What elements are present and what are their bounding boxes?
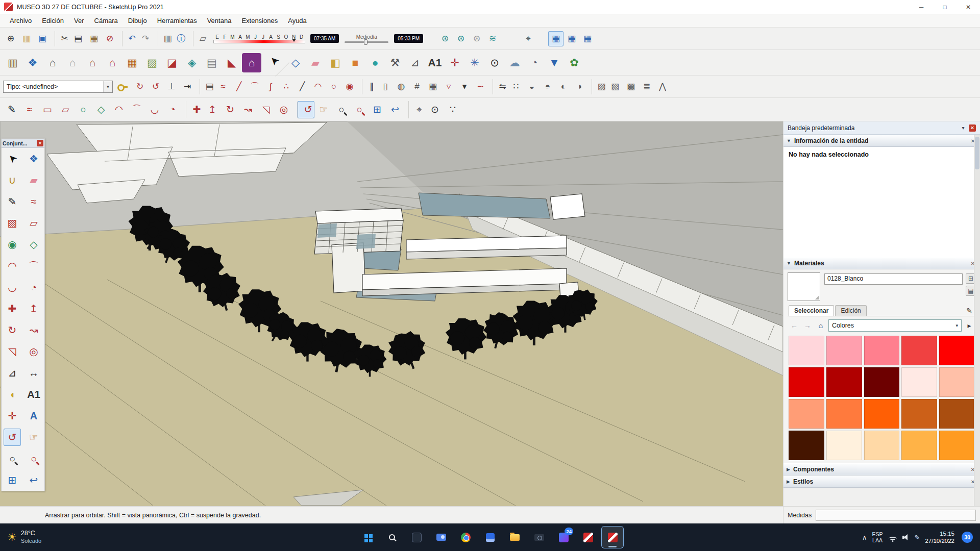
- arc-tool-icon[interactable]: ◠: [110, 101, 128, 118]
- color-swatch[interactable]: [789, 399, 824, 429]
- new-file-icon[interactable]: ⊕: [3, 31, 18, 46]
- entity-info-header[interactable]: ▼ Información de la entidad ✕: [783, 135, 980, 147]
- rotated-rectangle-tool-icon[interactable]: ▱: [57, 101, 74, 118]
- top-view-icon[interactable]: ▦: [564, 31, 579, 46]
- 3d-text-tool-icon[interactable]: A: [25, 407, 42, 424]
- menu-ayuda[interactable]: Ayuda: [283, 15, 311, 26]
- star-tool-icon[interactable]: ✳: [465, 53, 484, 72]
- expand-triangle-icon[interactable]: ▶: [787, 479, 790, 484]
- orbit-tool-icon[interactable]: ↺: [4, 429, 21, 446]
- wifi-icon[interactable]: [888, 534, 897, 541]
- offset-tool-icon[interactable]: ◎: [25, 343, 42, 360]
- truss-icon[interactable]: ⋀: [655, 79, 670, 94]
- color-swatch[interactable]: [864, 399, 900, 429]
- previous-view-icon[interactable]: ↩: [25, 471, 42, 489]
- tab-edicion[interactable]: Edición: [835, 305, 866, 316]
- circle-tool-icon[interactable]: ◉: [4, 236, 21, 253]
- pencil-tool-icon[interactable]: ✎: [4, 193, 21, 210]
- tray-scrollbar[interactable]: [974, 135, 980, 506]
- pipe-icon[interactable]: ∥: [362, 79, 377, 94]
- color-swatch[interactable]: [789, 336, 824, 365]
- menu-ventana[interactable]: Ventana: [203, 15, 236, 26]
- tray-scrollbar-thumb[interactable]: [975, 137, 979, 169]
- setsquare-icon[interactable]: ⊿: [405, 53, 425, 72]
- report-icon[interactable]: ▤: [200, 79, 215, 94]
- grid-tool-icon[interactable]: #: [409, 79, 425, 94]
- smooth-icon[interactable]: ∼: [473, 79, 488, 94]
- rotated-rectangle-icon[interactable]: ▱: [25, 214, 42, 232]
- rectangle-tool-icon[interactable]: ▨: [4, 214, 21, 232]
- color-swatch[interactable]: [864, 367, 900, 397]
- classifier-key-icon[interactable]: [115, 80, 129, 94]
- import-icon[interactable]: ▥: [3, 53, 22, 72]
- flip-icon[interactable]: ⇋: [493, 79, 508, 94]
- collapse-triangle-icon[interactable]: ▼: [787, 138, 791, 143]
- zoom-tool-icon[interactable]: ○: [333, 101, 350, 118]
- photos-badge-icon[interactable]: 24: [552, 526, 575, 548]
- circle-tool-icon[interactable]: ○: [75, 101, 92, 118]
- orbit-tool-icon[interactable]: ↺: [297, 101, 314, 118]
- position-camera-icon[interactable]: ⌖: [521, 31, 536, 46]
- scale-tool-icon[interactable]: ◹: [257, 101, 275, 118]
- polygon-tool-icon[interactable]: ◇: [92, 101, 110, 118]
- cut-icon[interactable]: ✂: [55, 31, 70, 46]
- points-icon[interactable]: ∴: [279, 79, 294, 94]
- color-swatch[interactable]: [789, 367, 824, 397]
- lathe-icon[interactable]: ◍: [394, 79, 409, 94]
- sample-paint-icon[interactable]: ✎: [964, 306, 975, 316]
- 3d-viewport[interactable]: Conjunt... ✕ ➤❖∪▰✎≈▨▱◉◇◠⌒◡◔✚↥↻↝◹◎⊿↔◖A1✛A…: [0, 121, 783, 506]
- fog-icon[interactable]: ☁: [505, 53, 524, 72]
- protractor-tool-icon[interactable]: ◖: [4, 386, 21, 403]
- move-tool-icon[interactable]: ✚: [4, 300, 21, 317]
- select-cursor-icon[interactable]: ➤: [262, 49, 289, 77]
- chevron-down-icon[interactable]: ▾: [103, 81, 112, 92]
- rotate-ccw-icon[interactable]: ↺: [148, 79, 163, 94]
- arc-tool-icon[interactable]: ◠: [4, 257, 21, 274]
- material-preview[interactable]: [788, 272, 820, 301]
- tray-pin-icon[interactable]: ▾: [959, 124, 967, 132]
- solid-subtract-icon[interactable]: ◓: [540, 79, 555, 94]
- color-swatch[interactable]: [826, 399, 862, 429]
- clock-widget[interactable]: 15:15 27/10/2022: [925, 530, 954, 545]
- sketchup-taskbar-icon[interactable]: [577, 526, 599, 548]
- text-style-icon[interactable]: A1: [425, 53, 445, 72]
- tape-measure-icon[interactable]: ⊿: [4, 364, 21, 382]
- shadow-time-slider[interactable]: Mediodía: [342, 34, 391, 43]
- rotate-tool-icon[interactable]: ↻: [4, 321, 21, 339]
- dimension-tool-icon[interactable]: ↔: [25, 364, 42, 382]
- date-slider-handle[interactable]: [292, 39, 296, 42]
- shadow-gradient-bar[interactable]: [213, 40, 305, 43]
- rectangle-tool-icon[interactable]: ▭: [39, 101, 56, 118]
- eraser-tool-icon[interactable]: ▰: [25, 171, 42, 189]
- color-swatch[interactable]: [939, 431, 975, 460]
- bezier-icon[interactable]: ∫: [263, 79, 278, 94]
- classifier-type-dropdown[interactable]: Tipo: <undefined> ▾: [3, 81, 113, 93]
- color-swatch[interactable]: [901, 431, 937, 460]
- eye-tool-icon[interactable]: ⊙: [485, 53, 504, 72]
- move-tool-icon[interactable]: ✚: [186, 101, 203, 118]
- weather-widget[interactable]: ☀ 28°C Soleado: [0, 523, 48, 551]
- start-button[interactable]: [356, 526, 379, 548]
- menu-edicion[interactable]: Edición: [37, 15, 68, 26]
- expand-triangle-icon[interactable]: ▶: [787, 467, 790, 472]
- three-point-arc-icon[interactable]: ◡: [4, 279, 21, 296]
- pan-tool-icon[interactable]: ☞: [315, 101, 332, 118]
- walk-tool-icon[interactable]: ∵: [444, 101, 461, 118]
- slope-wedge-icon[interactable]: ◣: [222, 53, 241, 72]
- geo-location-icon[interactable]: ⊛: [437, 31, 453, 46]
- stamp-icon[interactable]: ▾: [457, 79, 472, 94]
- color-swatch[interactable]: [901, 399, 937, 429]
- photos-app-icon[interactable]: [405, 526, 428, 548]
- notification-count-badge[interactable]: 30: [962, 532, 973, 543]
- model-info-icon[interactable]: ⓘ: [174, 31, 189, 46]
- spiral-icon[interactable]: ◉: [342, 79, 357, 94]
- select-tool-icon[interactable]: ➤: [0, 146, 24, 171]
- solid-union-icon[interactable]: ◒: [524, 79, 540, 94]
- tab-seleccionar[interactable]: Seleccionar: [789, 305, 834, 316]
- barn-icon[interactable]: ⌂: [83, 53, 102, 72]
- sandbox-from-contours-icon[interactable]: ≋: [485, 31, 500, 46]
- push-pull-tool-icon[interactable]: ↥: [25, 300, 42, 317]
- zoom-extents-icon[interactable]: ⊞: [4, 471, 21, 489]
- spheres-icon[interactable]: ●: [365, 53, 385, 72]
- forward-arrow-icon[interactable]: →: [802, 320, 813, 331]
